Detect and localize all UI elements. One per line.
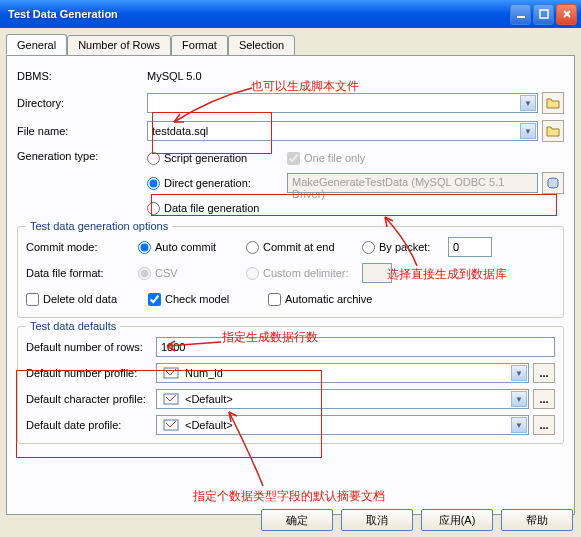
check-delete-old-data[interactable]: Delete old data: [26, 293, 148, 306]
chevron-down-icon[interactable]: ▼: [511, 391, 527, 407]
window-titlebar: Test Data Generation: [0, 0, 581, 28]
tab-strip: General Number of Rows Format Selection: [6, 34, 575, 55]
group-title-options: Test data generation options: [26, 220, 172, 232]
tab-number-of-rows[interactable]: Number of Rows: [67, 35, 171, 56]
default-number-profile-select[interactable]: Num_id ▼: [156, 363, 529, 383]
direct-generation-target: MakeGenerateTestData (MySQL ODBC 5.1 Dri…: [287, 173, 538, 193]
group-title-defaults: Test data defaults: [26, 320, 120, 332]
cancel-button[interactable]: 取消: [341, 509, 413, 531]
chevron-down-icon[interactable]: ▼: [520, 123, 536, 139]
by-packet-input[interactable]: [448, 237, 492, 257]
label-commit-mode: Commit mode:: [26, 241, 138, 253]
ok-button[interactable]: 确定: [261, 509, 333, 531]
number-profile-more-button[interactable]: ...: [533, 363, 555, 383]
value-dbms: MySQL 5.0: [147, 70, 202, 82]
default-date-profile-select[interactable]: <Default> ▼: [156, 415, 529, 435]
label-filename: File name:: [17, 125, 147, 137]
close-button[interactable]: [556, 4, 577, 25]
folder-icon: [546, 125, 560, 137]
label-default-rows: Default number of rows:: [26, 341, 156, 353]
group-test-data-defaults: Test data defaults Default number of row…: [17, 326, 564, 444]
configure-connection-button[interactable]: [542, 172, 564, 194]
browse-file-button[interactable]: [542, 120, 564, 142]
label-default-char-profile: Default character profile:: [26, 393, 156, 405]
label-dbms: DBMS:: [17, 70, 147, 82]
custom-delimiter-input: [362, 263, 392, 283]
filename-input[interactable]: testdata.sql ▼: [147, 121, 538, 141]
check-check-model[interactable]: Check model: [148, 293, 268, 306]
group-test-data-options: Test data generation options Commit mode…: [17, 226, 564, 318]
directory-input[interactable]: ▼: [147, 93, 538, 113]
date-profile-more-button[interactable]: ...: [533, 415, 555, 435]
svg-rect-0: [517, 16, 525, 18]
db-config-icon: [546, 176, 560, 190]
check-one-file-only: One file only: [287, 152, 365, 165]
radio-by-packet[interactable]: By packet:: [362, 241, 448, 254]
label-default-number-profile: Default number profile:: [26, 367, 156, 379]
help-button[interactable]: 帮助: [501, 509, 573, 531]
minimize-button[interactable]: [510, 4, 531, 25]
svg-rect-1: [540, 10, 548, 18]
profile-icon: [161, 365, 181, 381]
chevron-down-icon[interactable]: ▼: [511, 365, 527, 381]
tab-general[interactable]: General: [6, 34, 67, 55]
char-profile-more-button[interactable]: ...: [533, 389, 555, 409]
chevron-down-icon[interactable]: ▼: [511, 417, 527, 433]
radio-auto-commit[interactable]: Auto commit: [138, 241, 246, 254]
window-controls: [510, 4, 577, 25]
label-directory: Directory:: [17, 97, 147, 109]
browse-directory-button[interactable]: [542, 92, 564, 114]
default-rows-input[interactable]: [156, 337, 555, 357]
tab-format[interactable]: Format: [171, 35, 228, 56]
radio-custom-delimiter: Custom delimiter:: [246, 267, 362, 280]
dialog-buttons: 确定 取消 应用(A) 帮助: [261, 509, 573, 531]
tab-selection[interactable]: Selection: [228, 35, 295, 56]
label-data-file-format: Data file format:: [26, 267, 138, 279]
default-char-profile-select[interactable]: <Default> ▼: [156, 389, 529, 409]
check-automatic-archive[interactable]: Automatic archive: [268, 293, 372, 306]
radio-csv: CSV: [138, 267, 246, 280]
radio-script-generation[interactable]: Script generation: [147, 152, 287, 165]
annotation-text: 指定个数据类型字段的默认摘要文档: [193, 488, 385, 505]
profile-icon: [161, 391, 181, 407]
label-generation-type: Generation type:: [17, 148, 147, 162]
profile-icon: [161, 417, 181, 433]
chevron-down-icon[interactable]: ▼: [520, 95, 536, 111]
radio-commit-at-end[interactable]: Commit at end: [246, 241, 362, 254]
radio-direct-generation[interactable]: Direct generation:: [147, 177, 287, 190]
tab-panel: DBMS: MySQL 5.0 Directory: ▼ File name: …: [6, 55, 575, 515]
maximize-button[interactable]: [533, 4, 554, 25]
apply-button[interactable]: 应用(A): [421, 509, 493, 531]
radio-data-file-generation[interactable]: Data file generation: [147, 202, 259, 215]
window-title: Test Data Generation: [8, 8, 510, 20]
folder-icon: [546, 97, 560, 109]
label-default-date-profile: Default date profile:: [26, 419, 156, 431]
